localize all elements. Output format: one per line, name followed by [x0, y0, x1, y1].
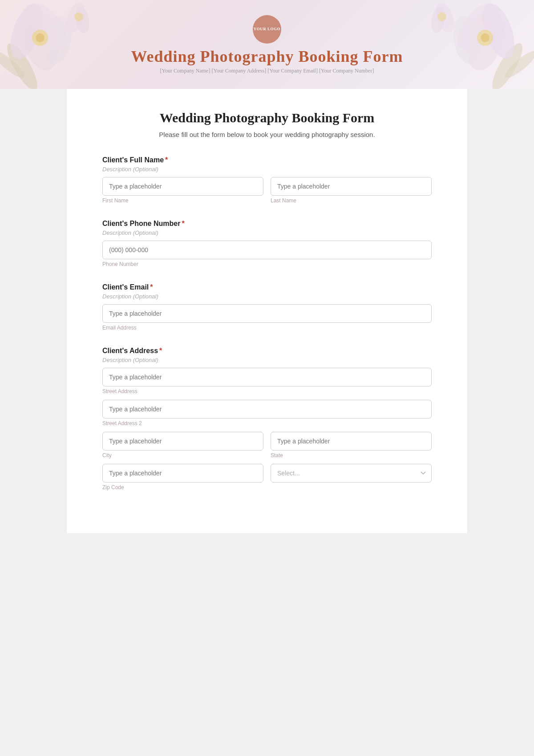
phone-label: Client's Phone Number*: [102, 220, 432, 228]
zip-sublabel: Zip Code: [102, 484, 263, 491]
field-address: Client's Address* Description (Optional)…: [102, 347, 432, 491]
last-name-input[interactable]: [271, 177, 432, 196]
street-address2-sublabel: Street Address 2: [102, 420, 432, 426]
street-address-row: Street Address: [102, 368, 432, 394]
city-sublabel: City: [102, 452, 263, 458]
phone-description: Description (Optional): [102, 229, 432, 236]
email-label: Client's Email*: [102, 283, 432, 291]
flower-left-decoration: [0, 0, 111, 89]
svg-point-18: [481, 33, 490, 42]
zip-input[interactable]: [102, 464, 263, 483]
city-input[interactable]: [102, 432, 263, 450]
first-name-wrapper: First Name: [102, 177, 263, 204]
street-address-sublabel: Street Address: [102, 388, 432, 394]
svg-point-10: [74, 12, 83, 21]
street-address2-wrapper: Street Address 2: [102, 400, 432, 426]
full-name-description: Description (Optional): [102, 166, 432, 173]
email-wrapper: Email Address: [102, 304, 432, 331]
email-description: Description (Optional): [102, 293, 432, 300]
street-address2-row: Street Address 2: [102, 400, 432, 426]
banner-subtitle: [Your Company Name] [Your Company Addres…: [160, 68, 374, 74]
header-banner: YOUR LOGO Wedding Photography Booking Fo…: [0, 0, 534, 89]
form-description: Please fill out the form below to book y…: [102, 131, 432, 138]
state-wrapper: State: [271, 432, 432, 458]
email-inputs: Email Address: [102, 304, 432, 331]
first-name-sublabel: First Name: [102, 197, 263, 204]
country-select[interactable]: Select... United States United Kingdom C…: [271, 464, 432, 483]
zip-country-row: Zip Code Select... United States United …: [102, 464, 432, 491]
logo: YOUR LOGO: [253, 15, 281, 44]
last-name-wrapper: Last Name: [271, 177, 432, 204]
email-input[interactable]: [102, 304, 432, 323]
full-name-label: Client's Full Name*: [102, 156, 432, 164]
email-sublabel: Email Address: [102, 325, 432, 331]
form-title: Wedding Photography Booking Form: [102, 110, 432, 125]
svg-point-21: [437, 12, 446, 21]
form-container: Wedding Photography Booking Form Please …: [67, 89, 467, 533]
svg-point-7: [36, 33, 44, 42]
last-name-sublabel: Last Name: [271, 197, 432, 204]
zip-wrapper: Zip Code: [102, 464, 263, 491]
required-indicator: *: [150, 283, 153, 291]
state-input[interactable]: [271, 432, 432, 450]
city-state-row: City State: [102, 432, 432, 458]
phone-inputs: Phone Number: [102, 241, 432, 267]
first-name-input[interactable]: [102, 177, 263, 196]
street-address-wrapper: Street Address: [102, 368, 432, 394]
field-full-name: Client's Full Name* Description (Optiona…: [102, 156, 432, 204]
country-wrapper: Select... United States United Kingdom C…: [271, 464, 432, 491]
flower-right-decoration: [427, 0, 534, 89]
street-address-input[interactable]: [102, 368, 432, 386]
address-description: Description (Optional): [102, 357, 432, 363]
state-sublabel: State: [271, 452, 432, 458]
field-phone: Client's Phone Number* Description (Opti…: [102, 220, 432, 267]
required-indicator: *: [165, 156, 168, 164]
required-indicator: *: [159, 347, 162, 354]
field-email: Client's Email* Description (Optional) E…: [102, 283, 432, 331]
banner-title: Wedding Photography Booking Form: [131, 47, 403, 66]
city-wrapper: City: [102, 432, 263, 458]
address-label: Client's Address*: [102, 347, 432, 355]
phone-sublabel: Phone Number: [102, 261, 432, 267]
phone-wrapper: Phone Number: [102, 241, 432, 267]
phone-input[interactable]: [102, 241, 432, 259]
required-indicator: *: [182, 220, 184, 227]
full-name-inputs: First Name Last Name: [102, 177, 432, 204]
street-address2-input[interactable]: [102, 400, 432, 418]
